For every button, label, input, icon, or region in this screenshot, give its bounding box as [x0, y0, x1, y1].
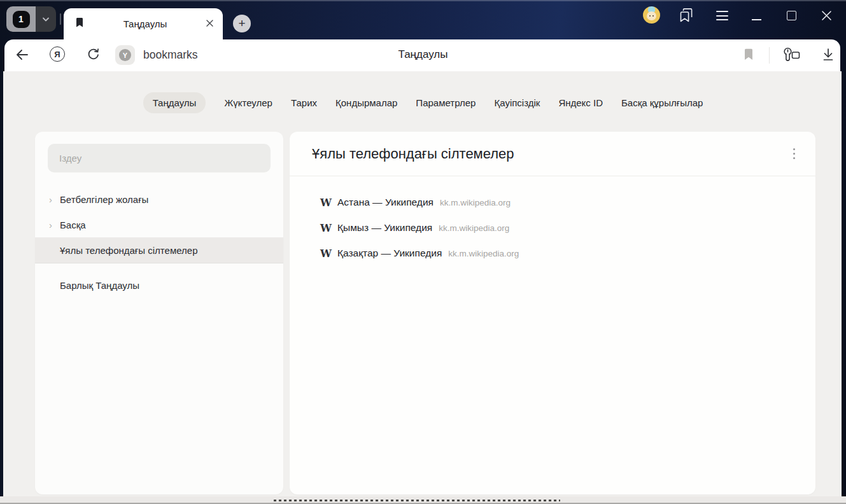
- bookmark-row[interactable]: W Қазақтар — Уикипедия kk.m.wikipedia.or…: [290, 241, 815, 266]
- nav-tab-settings[interactable]: Параметрлер: [416, 92, 476, 113]
- wikipedia-icon: W: [320, 222, 337, 234]
- download-icon[interactable]: [821, 47, 835, 65]
- page-title: Ұялы телефондағы сілтемелер: [312, 146, 789, 162]
- nav-tab-extensions[interactable]: Қондырмалар: [335, 92, 397, 113]
- nav-tab-downloads[interactable]: Жүктеулер: [224, 92, 272, 113]
- nav-tab-bookmarks[interactable]: Таңдаулы: [143, 92, 206, 113]
- address-bar-url[interactable]: bookmarks: [143, 48, 198, 62]
- sidebar-item-bookmarks-bar[interactable]: › Бетбелгілер жолағы: [35, 186, 283, 212]
- sidebar-item-label: Басқа: [60, 220, 86, 230]
- tab-count-badge: 1: [13, 11, 30, 28]
- tab-close-icon[interactable]: [206, 18, 214, 30]
- bookmark-url: kk.m.wikipedia.org: [448, 249, 519, 258]
- chevron-right-icon[interactable]: ›: [49, 194, 60, 205]
- sidebar-item-label: Ұялы телефондағы сілтемелер: [60, 245, 198, 256]
- bookmark-row[interactable]: W Қымыз — Уикипедия kk.m.wikipedia.org: [290, 215, 815, 241]
- password-manager-icon[interactable]: [782, 46, 801, 66]
- tab-group-expander[interactable]: [36, 6, 56, 32]
- yandex-favicon-glyph: Y: [119, 49, 131, 61]
- search-input[interactable]: [48, 144, 271, 172]
- tab-group-button[interactable]: 1: [6, 6, 56, 32]
- settings-nav: Таңдаулы Жүктеулер Тарих Қондырмалар Пар…: [0, 92, 846, 113]
- tab-group-count[interactable]: 1: [6, 6, 36, 32]
- menu-icon[interactable]: [716, 11, 728, 24]
- bookmark-list: W Астана — Уикипедия kk.m.wikipedia.org …: [290, 176, 815, 266]
- folder-list: › Бетбелгілер жолағы › Басқа Ұялы телефо…: [35, 186, 283, 298]
- kebab-menu-icon[interactable]: [789, 144, 800, 164]
- bookmark-icon: [75, 17, 85, 31]
- chevron-down-icon: [42, 13, 50, 25]
- nav-tab-other-devices[interactable]: Басқа құрылғылар: [621, 92, 703, 113]
- taskbar-edge: [0, 496, 846, 504]
- sidebar-item-all-bookmarks[interactable]: Барлық Таңдаулы: [35, 272, 283, 298]
- close-button[interactable]: [821, 10, 832, 24]
- bookmark-url: kk.m.wikipedia.org: [440, 198, 511, 207]
- page-favicon: Y: [115, 45, 135, 65]
- bookmark-title[interactable]: Қымыз — Уикипедия: [337, 222, 432, 234]
- sidebar-item-mobile-links[interactable]: Ұялы телефондағы сілтемелер: [35, 237, 283, 263]
- bookmark-flag-icon[interactable]: [744, 48, 753, 63]
- tab-title: Таңдаулы: [85, 18, 206, 29]
- back-icon[interactable]: [15, 48, 29, 64]
- bookmark-title[interactable]: Астана — Уикипедия: [337, 197, 434, 208]
- maximize-button[interactable]: [787, 11, 796, 20]
- nav-tab-yandex-id[interactable]: Яндекс ID: [558, 92, 603, 113]
- wikipedia-icon: W: [320, 248, 337, 260]
- refresh-icon[interactable]: [86, 47, 101, 64]
- bookmark-url: kk.m.wikipedia.org: [439, 223, 509, 233]
- chevron-right-icon[interactable]: ›: [49, 220, 60, 230]
- bookmarks-panel-icon[interactable]: [678, 7, 694, 26]
- yandex-home-icon[interactable]: Я: [50, 46, 65, 62]
- tabstrip-divider: [60, 13, 61, 25]
- sidebar-item-label: Бетбелгілер жолағы: [60, 194, 148, 205]
- minimize-button[interactable]: [752, 19, 761, 20]
- tab-active[interactable]: Таңдаулы: [64, 8, 223, 39]
- new-tab-button[interactable]: +: [233, 15, 251, 32]
- wikipedia-icon: W: [320, 197, 337, 209]
- sidebar-item-other[interactable]: › Басқа: [35, 212, 283, 237]
- taskbar-icons-clipped: [274, 500, 560, 501]
- panel-header: Ұялы телефондағы сілтемелер: [290, 132, 815, 176]
- toolbar-divider: [769, 47, 770, 64]
- nav-tab-history[interactable]: Тарих: [291, 92, 317, 113]
- bookmark-row[interactable]: W Астана — Уикипедия kk.m.wikipedia.org: [290, 190, 815, 215]
- browser-window: 1 Таңдаулы +: [0, 0, 846, 504]
- sidebar-item-label: Барлық Таңдаулы: [60, 280, 139, 291]
- nav-tab-security[interactable]: Қауіпсіздік: [494, 92, 540, 113]
- avatar[interactable]: [643, 6, 660, 24]
- address-bar-page-title: Таңдаулы: [191, 48, 655, 61]
- tab-strip: 1 Таңдаулы +: [0, 0, 846, 39]
- bookmark-title[interactable]: Қазақтар — Уикипедия: [337, 248, 442, 259]
- bookmarks-panel: Ұялы телефондағы сілтемелер W Астана — У…: [290, 132, 815, 494]
- bookmarks-sidebar: › Бетбелгілер жолағы › Басқа Ұялы телефо…: [35, 132, 283, 494]
